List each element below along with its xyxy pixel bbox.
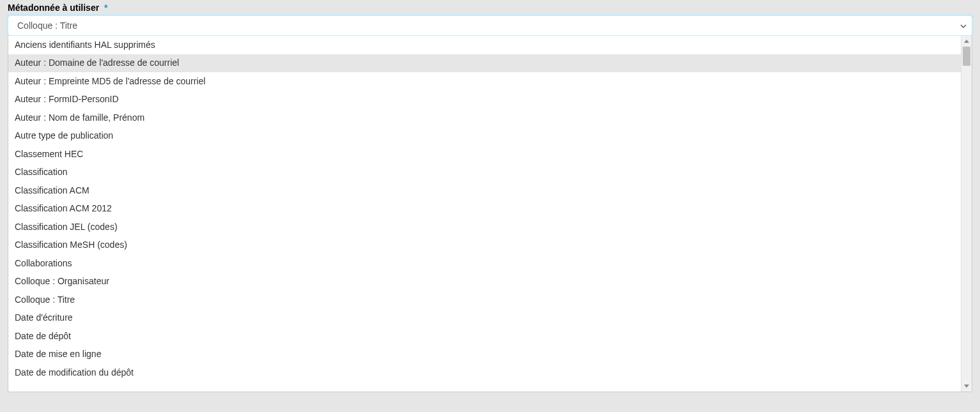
dropdown-option-label: Date de modification du dépôt bbox=[15, 367, 134, 379]
dropdown-option[interactable]: Classification JEL (codes) bbox=[8, 218, 961, 236]
dropdown-option-label: Colloque : Organisateur bbox=[15, 275, 109, 287]
dropdown-option-label: Classification bbox=[15, 166, 67, 178]
dropdown-option-label: Date d'écriture bbox=[15, 312, 73, 324]
field-label-text: Métadonnée à utiliser bbox=[8, 3, 99, 13]
dropdown-option-label: Classification MeSH (codes) bbox=[15, 239, 127, 251]
dropdown-option[interactable]: Date d'écriture bbox=[8, 309, 961, 328]
dropdown-option[interactable]: Anciens identifiants HAL supprimés bbox=[8, 36, 961, 54]
dropdown-option[interactable]: Auteur : Nom de famille, Prénom bbox=[8, 109, 961, 127]
chevron-down-icon bbox=[960, 22, 967, 29]
dropdown-option-label: Anciens identifiants HAL supprimés bbox=[15, 39, 155, 51]
dropdown-option-label: Auteur : Domaine de l'adresse de courrie… bbox=[15, 57, 179, 69]
dropdown-option[interactable]: Date de modification du dépôt bbox=[8, 363, 961, 382]
dropdown-option[interactable]: Auteur : Empreinte MD5 de l'adresse de c… bbox=[8, 72, 961, 91]
field-label: Métadonnée à utiliser * bbox=[8, 3, 108, 13]
dropdown-option[interactable]: Classification bbox=[8, 164, 961, 182]
dropdown-option-label: Auteur : Nom de famille, Prénom bbox=[15, 112, 144, 124]
scroll-down-arrow-icon[interactable] bbox=[961, 381, 972, 392]
metadata-select[interactable]: Colloque : Titre bbox=[8, 15, 972, 36]
dropdown-option[interactable]: Auteur : Domaine de l'adresse de courrie… bbox=[8, 54, 961, 73]
dropdown-option[interactable]: Classification ACM 2012 bbox=[8, 200, 961, 218]
dropdown-option[interactable]: Colloque : Titre bbox=[8, 291, 961, 309]
dropdown-option-label: Classification ACM 2012 bbox=[15, 202, 112, 215]
dropdown-panel: Anciens identifiants HAL supprimésAuteur… bbox=[8, 36, 972, 392]
scrollbar-thumb[interactable] bbox=[963, 47, 970, 66]
dropdown-option-label: Date de dépôt bbox=[15, 330, 71, 342]
dropdown-option[interactable]: Collaborations bbox=[8, 254, 961, 273]
dropdown-option[interactable]: Classification MeSH (codes) bbox=[8, 236, 961, 255]
dropdown-option[interactable]: Classification ACM bbox=[8, 181, 961, 200]
scrollbar-track[interactable] bbox=[961, 47, 972, 381]
dropdown-option[interactable]: Auteur : FormID-PersonID bbox=[8, 91, 961, 109]
dropdown-option-label: Collaborations bbox=[15, 257, 72, 270]
dropdown-option-label: Classement HEC bbox=[15, 148, 83, 160]
dropdown-list: Anciens identifiants HAL supprimésAuteur… bbox=[8, 36, 961, 392]
dropdown-option-label: Classification JEL (codes) bbox=[15, 221, 118, 233]
dropdown-option[interactable]: Date de dépôt bbox=[8, 327, 961, 346]
dropdown-option-label: Auteur : FormID-PersonID bbox=[15, 93, 119, 105]
dropdown-option-label: Colloque : Titre bbox=[15, 294, 75, 306]
dropdown-option[interactable]: Autre type de publication bbox=[8, 127, 961, 146]
dropdown-option-label: Autre type de publication bbox=[15, 130, 113, 142]
required-asterisk: * bbox=[104, 3, 107, 13]
dropdown-option[interactable]: Colloque : Organisateur bbox=[8, 273, 961, 291]
dropdown-option[interactable]: Classement HEC bbox=[8, 145, 961, 164]
dropdown-option-label: Date de mise en ligne bbox=[15, 348, 101, 360]
dropdown-option-label: Classification ACM bbox=[15, 185, 89, 197]
scroll-up-arrow-icon[interactable] bbox=[961, 36, 972, 47]
dropdown-option-label: Auteur : Empreinte MD5 de l'adresse de c… bbox=[15, 75, 205, 88]
select-current-value: Colloque : Titre bbox=[17, 20, 960, 31]
scrollbar[interactable] bbox=[961, 36, 972, 392]
dropdown-option[interactable]: Date de mise en ligne bbox=[8, 346, 961, 364]
